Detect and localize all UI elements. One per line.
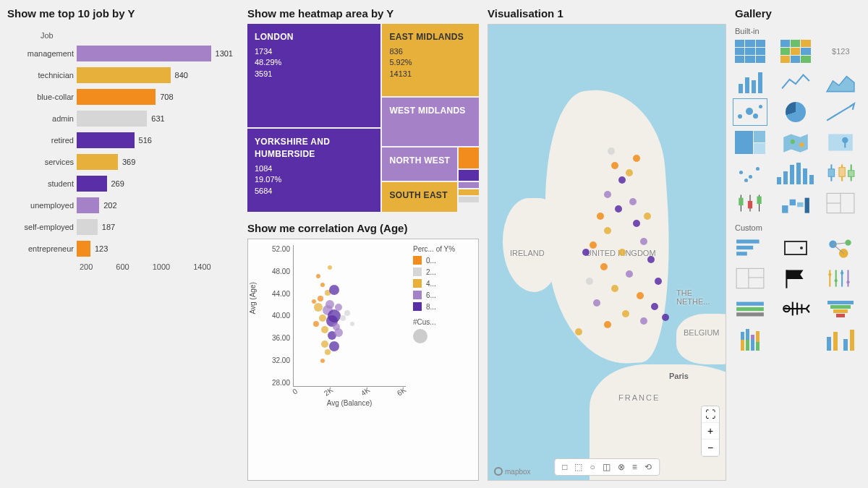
map-tool-button[interactable]: ◫	[603, 462, 610, 472]
gallery-icon-fishbone[interactable]	[780, 297, 811, 320]
scatter-point[interactable]	[328, 265, 332, 270]
gallery-icon-stripes[interactable]	[735, 297, 765, 320]
gallery-icon-grouped-bar[interactable]	[825, 328, 856, 351]
scatter-point[interactable]	[312, 299, 316, 304]
scatter-point[interactable]	[316, 274, 320, 278]
map-point[interactable]	[604, 227, 611, 234]
map-point[interactable]	[618, 249, 626, 256]
map-point[interactable]	[629, 198, 637, 205]
treemap-cell-northwest[interactable]: NORTH WEST	[382, 147, 457, 181]
bar-row[interactable]: blue-collar708	[13, 89, 233, 105]
gallery-icon-bubbles[interactable]	[735, 161, 765, 184]
map-point[interactable]	[611, 162, 618, 169]
gallery-icon-network[interactable]	[825, 236, 856, 260]
scatter-point[interactable]	[335, 304, 342, 311]
gallery-icon-hbar[interactable]	[735, 236, 765, 260]
map-zoom-out-button[interactable]: −	[702, 440, 719, 456]
gallery-icon-card[interactable]	[780, 236, 811, 260]
treemap-cell-eastmidlands[interactable]: EAST MIDLANDS 836 5.92% 14131	[382, 24, 479, 96]
gallery-icon-histogram[interactable]	[780, 161, 811, 184]
scatter-point[interactable]	[318, 296, 323, 301]
scatter-point[interactable]	[325, 349, 331, 355]
map-point[interactable]	[651, 303, 658, 310]
map-point[interactable]	[590, 241, 597, 249]
gallery-icon-boxplot[interactable]	[825, 161, 856, 184]
map-point[interactable]	[575, 328, 582, 335]
gallery-icon-area[interactable]	[825, 70, 856, 93]
map-point[interactable]	[644, 213, 651, 220]
map-point[interactable]	[593, 299, 600, 307]
scatter-point[interactable]	[326, 300, 334, 309]
treemap-cell-southeast[interactable]: SOUTH EAST	[382, 182, 457, 212]
scatter-point[interactable]	[329, 285, 339, 295]
scatter-point[interactable]	[320, 283, 325, 287]
gallery-icon-kpi[interactable]: $123	[825, 40, 856, 63]
scatter-point[interactable]	[329, 341, 339, 351]
treemap-cell-yorkshire[interactable]: YORKSHIRE AND HUMBERSIDE 1084 19.07% 568…	[247, 129, 380, 212]
gallery-icon-scatter[interactable]	[735, 100, 765, 124]
map-point[interactable]	[597, 213, 604, 220]
gallery-icon-map-pin[interactable]	[825, 131, 856, 154]
gallery-icon-crosstab[interactable]	[780, 40, 811, 63]
map-tool-button[interactable]: □	[562, 462, 567, 472]
gallery-icon-parallel[interactable]	[825, 267, 856, 290]
map-point[interactable]	[582, 249, 590, 256]
map-point[interactable]	[640, 238, 647, 245]
scatter-plot[interactable]: Avg (Age) 52.0048.0044.0040.0036.0032.00…	[247, 239, 479, 481]
bar-row[interactable]: retired516	[13, 132, 233, 148]
scatter-point[interactable]	[328, 309, 341, 322]
scatter-point[interactable]	[334, 328, 343, 337]
gallery-icon-bars[interactable]	[735, 70, 765, 93]
bar-chart[interactable]: Job management1301technician840blue-coll…	[7, 24, 239, 277]
map-tool-button[interactable]: ⊗	[618, 462, 625, 472]
treemap-strip[interactable]	[459, 197, 479, 202]
bar-row[interactable]: entrepreneur123	[13, 241, 233, 257]
map-point[interactable]	[647, 256, 655, 263]
scatter-point[interactable]	[340, 315, 346, 321]
treemap-cell-london[interactable]: LONDON 1734 48.29% 3591	[247, 24, 380, 127]
bar-row[interactable]: technician840	[13, 67, 233, 83]
gallery-icon-funnel[interactable]	[825, 297, 856, 320]
map-point[interactable]	[662, 314, 669, 321]
gallery-icon-waterfall[interactable]	[780, 192, 811, 215]
bar-row[interactable]: admin631	[13, 111, 233, 127]
map-point[interactable]	[600, 263, 608, 270]
map-point[interactable]	[604, 191, 611, 198]
scatter-point[interactable]	[313, 321, 319, 327]
map-point[interactable]	[586, 278, 593, 285]
map-point[interactable]	[618, 176, 626, 184]
gallery-icon-pie[interactable]	[780, 100, 811, 124]
scatter-point[interactable]	[344, 310, 350, 316]
treemap[interactable]: LONDON 1734 48.29% 3591 YORKSHIRE AND HU…	[247, 24, 479, 212]
map-tool-button[interactable]: ○	[590, 462, 595, 472]
bar-row[interactable]: management1301	[13, 46, 233, 61]
bar-row[interactable]: unemployed202	[13, 197, 233, 213]
gallery-icon-geomap[interactable]	[780, 131, 811, 154]
bar-row[interactable]: self-employed187	[13, 219, 233, 235]
map-point[interactable]	[633, 155, 640, 162]
bar-row[interactable]: student269	[13, 176, 233, 192]
treemap-strip[interactable]	[459, 189, 479, 195]
treemap-cell-small-1[interactable]	[459, 147, 479, 169]
map-point[interactable]	[637, 292, 644, 299]
map-point[interactable]	[655, 278, 662, 285]
map-point[interactable]	[615, 205, 622, 213]
map-zoom-in-button[interactable]: +	[702, 423, 719, 440]
scatter-plot-area[interactable]	[293, 245, 406, 387]
map-point[interactable]	[633, 220, 640, 227]
gallery-icon-stacked-bar[interactable]	[735, 328, 765, 351]
scatter-point[interactable]	[321, 341, 328, 348]
gallery-icon-candlestick[interactable]	[735, 192, 765, 215]
map-tool-button[interactable]: ⬚	[574, 462, 582, 472]
map-point[interactable]	[608, 147, 615, 155]
map-point[interactable]	[626, 169, 633, 176]
map-point[interactable]	[604, 321, 611, 328]
gallery-icon-layout[interactable]	[825, 192, 856, 215]
gallery-icon-layout2[interactable]	[735, 267, 765, 290]
gallery-icon-flag[interactable]	[780, 267, 811, 290]
scatter-point[interactable]	[314, 303, 323, 312]
gallery-icon-table[interactable]	[735, 40, 765, 63]
map[interactable]: UNITED KINGDOM IRELAND BELGIUM THE NETHE…	[488, 24, 726, 481]
gallery-icon-line[interactable]	[780, 70, 811, 93]
map-fullscreen-button[interactable]: ⛶	[702, 406, 719, 423]
